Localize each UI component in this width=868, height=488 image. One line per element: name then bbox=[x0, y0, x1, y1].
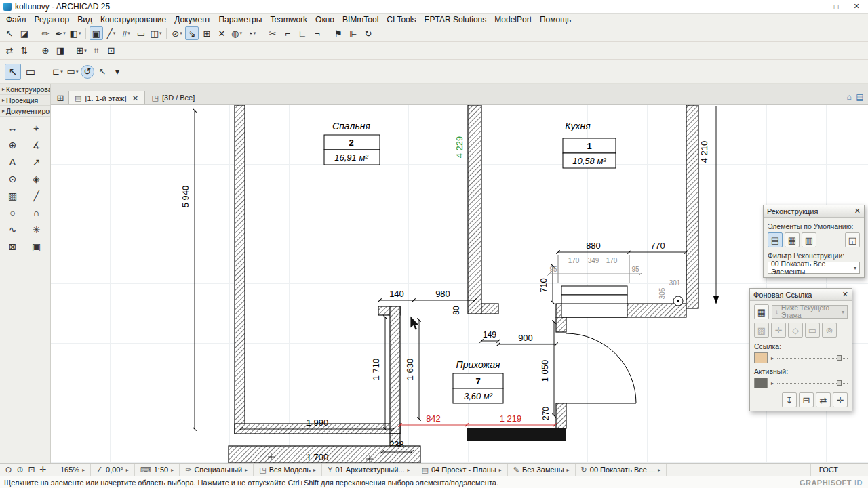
layouts-icon[interactable]: ▤ bbox=[854, 92, 865, 102]
offset-icon[interactable]: ¬ bbox=[311, 26, 324, 40]
menu-window[interactable]: Окно bbox=[311, 14, 338, 25]
arc-tool-icon[interactable]: ∩ bbox=[24, 205, 48, 221]
rotate-reference-icon[interactable]: ◇ bbox=[788, 323, 803, 338]
shapes-icon[interactable]: ◍ bbox=[230, 26, 243, 40]
orientation-selector[interactable]: ∠ 0,00° ▸ bbox=[91, 464, 135, 476]
corner-icon[interactable]: ∟ bbox=[296, 26, 309, 40]
sidebar-section-documentation[interactable]: ▸ Документирова bbox=[0, 106, 50, 117]
lock-icon[interactable]: ⊘ bbox=[170, 26, 184, 40]
frame-icon[interactable]: ⊡ bbox=[104, 44, 118, 58]
dimension-lines[interactable] bbox=[195, 106, 719, 462]
menu-teamwork[interactable]: Teamwork bbox=[266, 14, 311, 25]
zone-stamp-hallway[interactable]: Прихожая 7 3,60 м² bbox=[453, 359, 503, 403]
eraser-icon[interactable]: ◪ bbox=[18, 26, 31, 40]
layout-grid-icon[interactable]: ⊞ bbox=[75, 44, 88, 58]
reference-color-swatch[interactable] bbox=[754, 352, 768, 363]
reference-dropdown[interactable]: ↓ Ниже Текущего Этажа bbox=[772, 305, 848, 319]
pen-set-selector[interactable]: ✑ Специальный ▸ bbox=[180, 464, 254, 476]
menu-file[interactable]: Файл bbox=[2, 14, 31, 25]
tab-floor-plan[interactable]: ▤ [1. 1-й этаж] ✕ bbox=[68, 91, 145, 104]
active-intensity-slider[interactable] bbox=[777, 380, 848, 386]
coordinate-grid-icon[interactable]: ⊞ bbox=[200, 26, 214, 40]
zoom-in-icon[interactable]: ⊕ bbox=[14, 464, 26, 476]
menu-editor[interactable]: Редактор bbox=[31, 14, 74, 25]
menu-document[interactable]: Документ bbox=[170, 14, 214, 25]
label-tool-icon[interactable]: ↗ bbox=[24, 154, 48, 170]
sidebar-section-projection[interactable]: ▸ Проекция bbox=[0, 95, 50, 106]
zone-tool-icon[interactable]: ◈ bbox=[24, 171, 48, 187]
menu-help[interactable]: Помощь bbox=[536, 14, 575, 25]
slider-thumb[interactable] bbox=[837, 380, 842, 386]
renovation-filter-dropdown[interactable]: 00 Показать Все Элементы bbox=[768, 262, 860, 274]
flag-icon[interactable]: ⚑ bbox=[332, 26, 345, 40]
tab-3d-view[interactable]: ◳ [3D / Все] bbox=[146, 91, 201, 104]
marquee-icon[interactable]: ▭ bbox=[134, 26, 148, 40]
drawing-tool-icon[interactable]: ▣ bbox=[24, 239, 48, 255]
spline-tool-icon[interactable]: ∿ bbox=[1, 222, 24, 238]
arrow-tool-icon[interactable]: ↖ bbox=[3, 26, 16, 40]
standard-indicator[interactable]: ГОСТ bbox=[810, 464, 868, 476]
menu-citools[interactable]: CI Tools bbox=[382, 14, 420, 25]
menu-design[interactable]: Конструирование bbox=[96, 14, 170, 25]
hotspot-tool-icon[interactable]: ⊕ bbox=[1, 137, 24, 153]
close-button[interactable]: ✕ bbox=[846, 1, 867, 13]
text-tool-icon[interactable]: A bbox=[1, 154, 24, 170]
slider-thumb[interactable] bbox=[837, 355, 842, 361]
fit-in-window-icon[interactable]: ⊡ bbox=[26, 464, 37, 476]
pointer-tool-icon[interactable]: ↖ bbox=[5, 64, 21, 80]
palette-header[interactable]: Реконструкция ✕ bbox=[764, 205, 864, 218]
existing-elements-icon[interactable]: ▤ bbox=[768, 232, 783, 247]
door-swing[interactable] bbox=[566, 333, 636, 403]
gravity-icon[interactable]: ⇘ bbox=[185, 26, 199, 40]
drawing-canvas[interactable]: 5 940 4 229 4 210 880 770 170 349 170 95… bbox=[51, 105, 868, 463]
hotlink-tool-icon[interactable]: ✳ bbox=[24, 222, 48, 238]
renovation-options-icon[interactable]: ◱ bbox=[845, 232, 860, 247]
trace-toggle-icon[interactable]: ▦ bbox=[754, 304, 769, 319]
sidebar-section-design[interactable]: ▸ Конструирова bbox=[0, 84, 50, 95]
panel-icon[interactable]: ◫ bbox=[149, 26, 163, 40]
arc-segment-icon[interactable]: ◔ bbox=[245, 26, 258, 40]
graphic-override-selector[interactable]: ✎ Без Замены ▸ bbox=[508, 464, 576, 476]
menu-options[interactable]: Параметры bbox=[214, 14, 266, 25]
adjust-icon[interactable]: ⌐ bbox=[281, 26, 294, 40]
reset-reference-icon[interactable]: ▭ bbox=[805, 323, 820, 338]
minimize-button[interactable]: ─ bbox=[806, 1, 826, 13]
close-icon[interactable]: ✕ bbox=[854, 207, 861, 216]
figure-tool-icon[interactable]: ⊠ bbox=[1, 239, 24, 255]
pan-icon[interactable]: ✛ bbox=[37, 464, 49, 476]
rotate-view-icon[interactable]: ↺ bbox=[81, 65, 94, 79]
angle-dimension-tool-icon[interactable]: ∡ bbox=[24, 137, 48, 153]
model-view-icon[interactable]: ⌂ bbox=[844, 92, 854, 102]
swatch-arrow-icon[interactable]: ▸ bbox=[771, 380, 774, 386]
maximize-button[interactable]: □ bbox=[826, 1, 846, 13]
swatch-arrow-icon[interactable]: ▸ bbox=[771, 355, 774, 361]
trace-switch-icon[interactable]: ▧ bbox=[754, 323, 769, 338]
dimension-labels[interactable]: 5 940 4 229 4 210 880 770 170 349 170 95… bbox=[180, 136, 709, 462]
dimension-standard-selector[interactable]: ▤ 04 Проект - Планы ▸ bbox=[416, 464, 508, 476]
menu-modelport[interactable]: ModelPort bbox=[490, 14, 536, 25]
half-plan-icon[interactable]: ◨ bbox=[54, 44, 67, 58]
fill-tool-icon[interactable]: ▨ bbox=[1, 188, 24, 204]
quick-options-icon[interactable]: ⊞ bbox=[54, 91, 67, 104]
module-icon[interactable]: ⌗ bbox=[90, 44, 103, 58]
palette-header[interactable]: Фоновая Ссылка ✕ bbox=[750, 289, 852, 301]
menu-view[interactable]: Вид bbox=[73, 14, 96, 25]
column-symbol-tool-icon[interactable]: ⊙ bbox=[1, 171, 24, 187]
marquee-tool-icon[interactable]: ▭ bbox=[22, 64, 39, 80]
cursor-mode-icon[interactable]: ↖ bbox=[96, 65, 109, 79]
circle-tool-icon[interactable]: ○ bbox=[1, 205, 24, 221]
layer-combination-selector[interactable]: Y 01 Архитектурный... ▸ bbox=[322, 464, 416, 476]
fill-icon[interactable]: ◧ bbox=[68, 26, 82, 40]
explore-reference-icon[interactable]: ⊚ bbox=[822, 323, 837, 338]
more-options-icon[interactable]: ▾ bbox=[111, 65, 124, 79]
swap-icon[interactable]: ⇄ bbox=[3, 44, 16, 58]
close-icon[interactable]: ✕ bbox=[842, 290, 848, 299]
rotate-icon[interactable]: ↻ bbox=[361, 26, 375, 40]
pencil-icon[interactable]: ✏ bbox=[39, 26, 52, 40]
new-elements-icon[interactable]: ▥ bbox=[802, 232, 816, 247]
zoom-out-icon[interactable]: ⊖ bbox=[3, 464, 14, 476]
zoom-level-selector[interactable]: 165% ▸ bbox=[52, 464, 91, 476]
reference-intensity-slider[interactable] bbox=[777, 354, 848, 361]
active-color-swatch[interactable] bbox=[754, 378, 768, 388]
wall-tool-icon[interactable]: ▣ bbox=[90, 26, 103, 40]
